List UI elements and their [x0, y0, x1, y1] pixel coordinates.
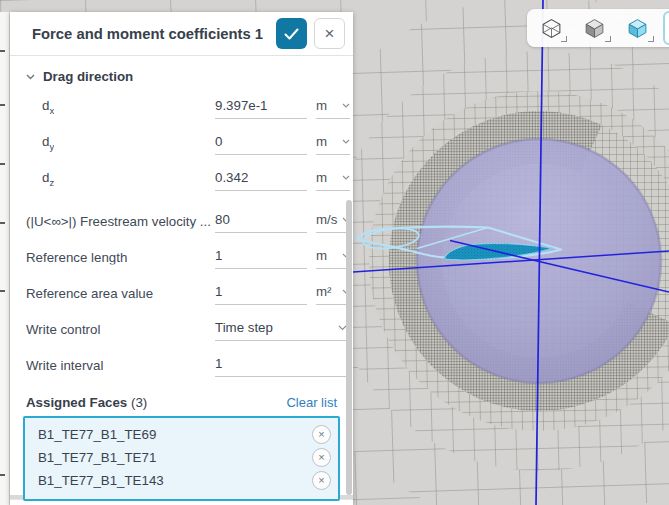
field-row-reference-area: Reference area value 1 m² [10, 275, 353, 311]
remove-face-button[interactable]: × [312, 425, 331, 444]
confirm-button[interactable] [276, 18, 307, 49]
assigned-faces-list: B1_TE77_B1_TE69 × B1_TE77_B1_TE71 × B1_T… [23, 416, 340, 501]
dz-unit-select[interactable]: m [316, 165, 350, 191]
chevron-down-icon [342, 139, 350, 144]
solid-view-button[interactable] [576, 13, 612, 43]
partial-toolbar-button[interactable] [663, 11, 669, 45]
dz-input[interactable]: 0.342 [215, 165, 307, 191]
app-window: Force and moment coefficients 1 × Drag d… [0, 0, 669, 505]
reference-length-unit-select[interactable]: m [316, 243, 350, 269]
remove-icon: × [318, 429, 324, 440]
dy-unit-select[interactable]: m [316, 129, 350, 155]
dx-input[interactable]: 9.397e-1 [215, 93, 307, 119]
assigned-faces-header: Assigned Faces (3) Clear list [10, 383, 353, 416]
shaded-cube-icon [626, 17, 649, 40]
shaded-view-button[interactable] [620, 13, 656, 43]
dx-unit-select[interactable]: m [316, 93, 350, 119]
remove-face-button[interactable]: × [312, 448, 331, 467]
chevron-down-icon [342, 103, 350, 108]
field-row-dx: dx 9.397e-1 m [10, 89, 353, 125]
write-control-select[interactable]: Time step [215, 315, 351, 341]
face-list-item[interactable]: B1_TE77_B1_TE143 × [38, 469, 331, 492]
wireframe-cube-icon [540, 17, 563, 40]
check-icon [284, 28, 299, 40]
reference-area-unit-select[interactable]: m² [316, 279, 350, 305]
clear-list-link[interactable]: Clear list [286, 395, 337, 410]
remove-face-button[interactable]: × [312, 471, 331, 490]
remove-icon: × [318, 452, 324, 463]
chevron-down-icon [26, 74, 35, 80]
face-list-item[interactable]: B1_TE77_B1_TE71 × [38, 446, 331, 469]
field-row-dy: dy 0 m [10, 125, 353, 161]
chevron-down-icon [342, 175, 350, 180]
field-row-write-control: Write control Time step [10, 311, 353, 347]
write-interval-input[interactable]: 1 [215, 351, 351, 377]
field-row-freestream-velocity: (|U<∞>|) Freestream velocity ... 80 m/s [10, 203, 353, 239]
reference-area-input[interactable]: 1 [215, 279, 307, 305]
reference-length-input[interactable]: 1 [215, 243, 307, 269]
tree-panel-edge [0, 12, 10, 505]
close-button[interactable]: × [314, 18, 345, 49]
freestream-velocity-unit-select[interactable]: m/s [316, 207, 350, 233]
field-row-write-interval: Write interval 1 [10, 347, 353, 383]
panel-header: Force and moment coefficients 1 × [10, 12, 353, 56]
force-coefficients-panel: Force and moment coefficients 1 × Drag d… [10, 12, 353, 505]
view-mode-toolbar [527, 9, 669, 47]
face-list-item[interactable]: B1_TE77_B1_TE69 × [38, 423, 331, 446]
panel-title: Force and moment coefficients 1 [32, 26, 276, 42]
section-drag-direction[interactable]: Drag direction [10, 56, 353, 86]
remove-icon: × [318, 475, 324, 486]
solid-cube-icon [583, 17, 606, 40]
close-icon: × [325, 25, 335, 42]
field-row-dz: dz 0.342 m [10, 161, 353, 197]
freestream-velocity-input[interactable]: 80 [215, 207, 307, 233]
panel-scrollbar[interactable] [346, 200, 352, 495]
wireframe-view-button[interactable] [533, 13, 569, 43]
field-row-reference-length: Reference length 1 m [10, 239, 353, 275]
dy-input[interactable]: 0 [215, 129, 307, 155]
